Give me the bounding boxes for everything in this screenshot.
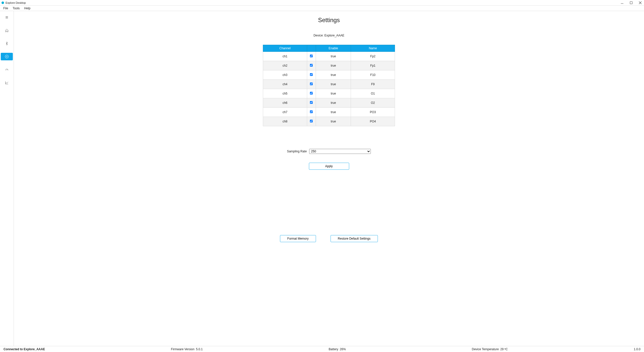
minimize-icon [620, 1, 624, 5]
bottom-actions: Format Memory Restore Default Settings [280, 235, 378, 242]
cell-enable: true [316, 89, 351, 98]
table-row: ch5trueO1 [263, 89, 395, 98]
page-title: Settings [318, 17, 340, 24]
format-memory-button[interactable]: Format Memory [280, 235, 316, 242]
window-title: Explore Desktop [6, 1, 26, 4]
device-label: Device: Explore_AAAE [313, 34, 344, 37]
sidebar-bluetooth[interactable] [0, 40, 14, 47]
titlebar: Explore Desktop [0, 0, 644, 6]
table-header-channel: Channel [263, 45, 307, 52]
window-maximize[interactable] [629, 1, 633, 5]
main-content: Settings Device: Explore_AAAE Channel En… [14, 11, 644, 346]
cell-enable: true [316, 108, 351, 117]
table-row: ch4trueF9 [263, 80, 395, 89]
svg-line-8 [7, 69, 7, 70]
gauge-icon [5, 68, 9, 72]
cell-enable: true [316, 98, 351, 108]
menu-file[interactable]: File [1, 6, 10, 11]
cell-name[interactable]: PO4 [351, 117, 395, 126]
channel-enable-checkbox[interactable] [310, 64, 313, 67]
firmware-label: Firmware Version [171, 347, 194, 351]
table-header-checkbox [307, 45, 316, 52]
channel-enable-checkbox[interactable] [310, 73, 313, 76]
cell-checkbox [307, 70, 316, 80]
cell-enable: true [316, 52, 351, 61]
table-header-name: Name [351, 45, 395, 52]
sidebar-impedance[interactable] [0, 66, 14, 73]
sampling-rate-select[interactable]: 250 [309, 149, 371, 154]
menubar: File Tools Help [0, 6, 644, 11]
cell-name[interactable]: Fp1 [351, 61, 395, 70]
table-row: ch3trueF10 [263, 70, 395, 80]
device-label-prefix: Device: [313, 34, 324, 37]
cell-enable: true [316, 117, 351, 126]
cell-channel: ch7 [263, 108, 307, 117]
channel-enable-checkbox[interactable] [310, 101, 313, 104]
cell-checkbox [307, 80, 316, 89]
close-icon [638, 1, 642, 5]
temperature-status: Device Temperature 29 ºC [472, 347, 508, 351]
cell-name[interactable]: O2 [351, 98, 395, 108]
svg-point-7 [6, 56, 7, 57]
battery-status: Battery 26% [329, 347, 346, 351]
cell-channel: ch6 [263, 98, 307, 108]
app-logo [2, 2, 4, 4]
apply-button[interactable]: Apply [309, 163, 349, 170]
sidebar-toggle[interactable] [0, 14, 14, 21]
cell-checkbox [307, 117, 316, 126]
channel-enable-checkbox[interactable] [310, 120, 313, 122]
channel-table: Channel Enable Name ch1trueFp2ch2trueFp1… [263, 45, 395, 126]
restore-defaults-button[interactable]: Restore Default Settings [331, 235, 378, 242]
table-row: ch1trueFp2 [263, 52, 395, 61]
battery-label: Battery [329, 347, 338, 351]
bluetooth-icon [5, 41, 9, 46]
cell-enable: true [316, 70, 351, 80]
channel-enable-checkbox[interactable] [310, 92, 313, 95]
cell-channel: ch3 [263, 70, 307, 80]
svg-rect-1 [630, 2, 632, 4]
device-name: Explore_AAAE [324, 34, 344, 37]
cell-name[interactable]: F10 [351, 70, 395, 80]
channel-enable-checkbox[interactable] [310, 55, 313, 57]
cell-channel: ch2 [263, 61, 307, 70]
cell-name[interactable]: PO3 [351, 108, 395, 117]
cell-channel: ch8 [263, 117, 307, 126]
sidebar-settings[interactable] [1, 53, 13, 60]
temperature-value: 29 ºC [500, 347, 508, 351]
cell-checkbox [307, 52, 316, 61]
sampling-rate-row: Sampling Rate 250 [287, 149, 371, 154]
menu-help[interactable]: Help [22, 6, 32, 11]
cell-name[interactable]: O1 [351, 89, 395, 98]
cell-name[interactable]: Fp2 [351, 52, 395, 61]
table-row: ch7truePO3 [263, 108, 395, 117]
status-bar: Connected to Explore_AAAE Firmware Versi… [0, 346, 644, 352]
cell-name[interactable]: F9 [351, 80, 395, 89]
sidebar [0, 11, 14, 346]
cell-checkbox [307, 89, 316, 98]
cell-checkbox [307, 108, 316, 117]
menu-icon [5, 15, 9, 19]
sampling-rate-label: Sampling Rate [287, 150, 307, 153]
sidebar-chart[interactable] [0, 79, 14, 86]
menu-tools[interactable]: Tools [11, 6, 22, 11]
channel-enable-checkbox[interactable] [310, 82, 313, 85]
firmware-value: 5.0.1 [196, 347, 203, 351]
gear-icon [5, 55, 9, 59]
cell-enable: true [316, 61, 351, 70]
window-close[interactable] [638, 1, 642, 5]
window-minimize[interactable] [620, 1, 624, 5]
cell-checkbox [307, 98, 316, 108]
temperature-label: Device Temperature [472, 347, 499, 351]
table-row: ch8truePO4 [263, 117, 395, 126]
cell-channel: ch1 [263, 52, 307, 61]
table-header-enable: Enable [316, 45, 351, 52]
cell-channel: ch5 [263, 89, 307, 98]
firmware-status: Firmware Version 5.0.1 [171, 347, 203, 351]
battery-value: 26% [340, 347, 346, 351]
table-row: ch2trueFp1 [263, 61, 395, 70]
table-row: ch6trueO2 [263, 98, 395, 108]
cell-checkbox [307, 61, 316, 70]
home-icon [5, 28, 9, 32]
channel-enable-checkbox[interactable] [310, 110, 313, 113]
sidebar-home[interactable] [0, 27, 14, 34]
